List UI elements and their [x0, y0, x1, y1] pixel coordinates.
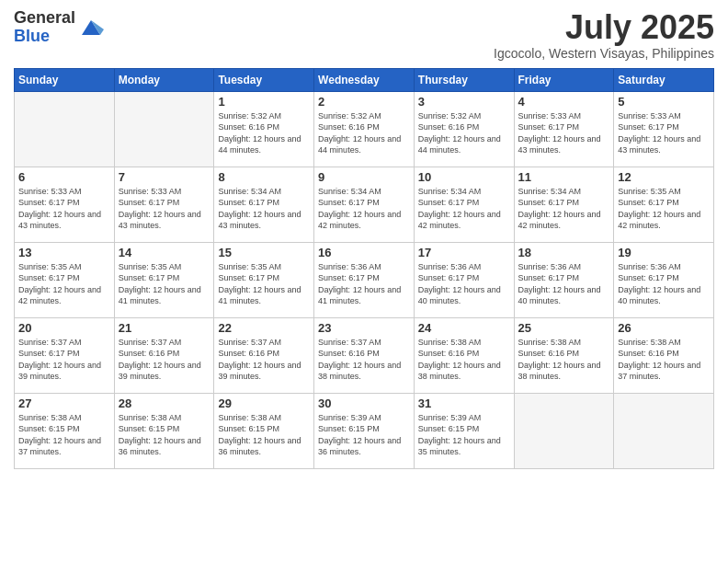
day-number: 5 [618, 95, 710, 109]
day-number: 2 [318, 95, 410, 109]
calendar-cell: 10Sunrise: 5:34 AM Sunset: 6:17 PM Dayli… [414, 167, 514, 242]
day-number: 11 [518, 170, 610, 184]
day-info: Sunrise: 5:34 AM Sunset: 6:17 PM Dayligh… [518, 186, 610, 232]
logo-icon [78, 15, 104, 40]
day-number: 19 [618, 246, 710, 259]
day-info: Sunrise: 5:38 AM Sunset: 6:16 PM Dayligh… [418, 337, 510, 383]
day-number: 4 [518, 95, 610, 109]
weekday-header-wednesday: Wednesday [314, 68, 415, 91]
day-info: Sunrise: 5:36 AM Sunset: 6:17 PM Dayligh… [418, 261, 510, 307]
location: Igcocolo, Western Visayas, Philippines [494, 46, 714, 61]
calendar-cell: 14Sunrise: 5:35 AM Sunset: 6:17 PM Dayli… [114, 242, 214, 317]
calendar-cell: 8Sunrise: 5:34 AM Sunset: 6:17 PM Daylig… [214, 167, 314, 242]
logo-blue: Blue [14, 28, 75, 46]
day-info: Sunrise: 5:38 AM Sunset: 6:15 PM Dayligh… [119, 412, 210, 458]
week-row-2: 6Sunrise: 5:33 AM Sunset: 6:17 PM Daylig… [15, 167, 714, 242]
day-info: Sunrise: 5:36 AM Sunset: 6:17 PM Dayligh… [518, 261, 610, 307]
calendar-cell: 15Sunrise: 5:35 AM Sunset: 6:17 PM Dayli… [214, 242, 314, 317]
calendar-cell: 30Sunrise: 5:39 AM Sunset: 6:15 PM Dayli… [314, 393, 415, 468]
day-number: 9 [318, 170, 410, 184]
calendar-cell: 19Sunrise: 5:36 AM Sunset: 6:17 PM Dayli… [614, 242, 714, 317]
day-info: Sunrise: 5:36 AM Sunset: 6:17 PM Dayligh… [318, 261, 410, 307]
day-info: Sunrise: 5:38 AM Sunset: 6:15 PM Dayligh… [218, 412, 310, 458]
day-number: 8 [218, 170, 310, 184]
day-info: Sunrise: 5:39 AM Sunset: 6:15 PM Dayligh… [418, 412, 510, 458]
day-info: Sunrise: 5:32 AM Sunset: 6:16 PM Dayligh… [318, 110, 410, 156]
calendar-cell: 4Sunrise: 5:33 AM Sunset: 6:17 PM Daylig… [514, 91, 614, 167]
day-number: 30 [318, 396, 410, 410]
day-number: 27 [18, 396, 110, 410]
day-number: 21 [119, 321, 210, 335]
weekday-header-saturday: Saturday [614, 68, 714, 91]
day-number: 23 [318, 321, 410, 335]
calendar-cell: 9Sunrise: 5:34 AM Sunset: 6:17 PM Daylig… [314, 167, 415, 242]
day-info: Sunrise: 5:35 AM Sunset: 6:17 PM Dayligh… [218, 261, 310, 307]
calendar-cell: 17Sunrise: 5:36 AM Sunset: 6:17 PM Dayli… [414, 242, 514, 317]
day-info: Sunrise: 5:32 AM Sunset: 6:16 PM Dayligh… [418, 110, 510, 156]
day-number: 7 [119, 170, 210, 184]
calendar: SundayMondayTuesdayWednesdayThursdayFrid… [14, 68, 714, 469]
day-info: Sunrise: 5:37 AM Sunset: 6:16 PM Dayligh… [218, 337, 310, 383]
day-info: Sunrise: 5:37 AM Sunset: 6:16 PM Dayligh… [119, 337, 210, 383]
logo: General Blue [14, 9, 104, 46]
weekday-header-row: SundayMondayTuesdayWednesdayThursdayFrid… [15, 68, 714, 91]
calendar-cell: 26Sunrise: 5:38 AM Sunset: 6:16 PM Dayli… [614, 317, 714, 393]
calendar-cell [614, 393, 714, 468]
calendar-cell: 25Sunrise: 5:38 AM Sunset: 6:16 PM Dayli… [514, 317, 614, 393]
day-number: 24 [418, 321, 510, 335]
calendar-cell: 5Sunrise: 5:33 AM Sunset: 6:17 PM Daylig… [614, 91, 714, 167]
day-info: Sunrise: 5:37 AM Sunset: 6:17 PM Dayligh… [18, 337, 110, 383]
day-info: Sunrise: 5:38 AM Sunset: 6:15 PM Dayligh… [18, 412, 110, 458]
day-info: Sunrise: 5:34 AM Sunset: 6:17 PM Dayligh… [218, 186, 310, 232]
calendar-cell: 6Sunrise: 5:33 AM Sunset: 6:17 PM Daylig… [15, 167, 115, 242]
logo-general: General [14, 9, 75, 28]
day-number: 6 [18, 170, 110, 184]
day-number: 20 [18, 321, 110, 335]
calendar-cell [514, 393, 614, 468]
month-title: July 2025 [494, 9, 714, 46]
week-row-3: 13Sunrise: 5:35 AM Sunset: 6:17 PM Dayli… [15, 242, 714, 317]
week-row-4: 20Sunrise: 5:37 AM Sunset: 6:17 PM Dayli… [15, 317, 714, 393]
day-number: 22 [218, 321, 310, 335]
day-number: 12 [618, 170, 710, 184]
calendar-cell: 27Sunrise: 5:38 AM Sunset: 6:15 PM Dayli… [15, 393, 115, 468]
calendar-cell: 29Sunrise: 5:38 AM Sunset: 6:15 PM Dayli… [214, 393, 314, 468]
calendar-cell [15, 91, 115, 167]
day-number: 18 [518, 246, 610, 259]
calendar-cell: 31Sunrise: 5:39 AM Sunset: 6:15 PM Dayli… [414, 393, 514, 468]
weekday-header-friday: Friday [514, 68, 614, 91]
calendar-cell: 12Sunrise: 5:35 AM Sunset: 6:17 PM Dayli… [614, 167, 714, 242]
day-info: Sunrise: 5:33 AM Sunset: 6:17 PM Dayligh… [618, 110, 710, 156]
day-number: 3 [418, 95, 510, 109]
week-row-5: 27Sunrise: 5:38 AM Sunset: 6:15 PM Dayli… [15, 393, 714, 468]
day-info: Sunrise: 5:39 AM Sunset: 6:15 PM Dayligh… [318, 412, 410, 458]
day-number: 17 [418, 246, 510, 259]
weekday-header-thursday: Thursday [414, 68, 514, 91]
day-info: Sunrise: 5:38 AM Sunset: 6:16 PM Dayligh… [518, 337, 610, 383]
day-number: 15 [218, 246, 310, 259]
day-info: Sunrise: 5:34 AM Sunset: 6:17 PM Dayligh… [418, 186, 510, 232]
calendar-cell: 24Sunrise: 5:38 AM Sunset: 6:16 PM Dayli… [414, 317, 514, 393]
day-info: Sunrise: 5:33 AM Sunset: 6:17 PM Dayligh… [18, 186, 110, 232]
day-info: Sunrise: 5:33 AM Sunset: 6:17 PM Dayligh… [119, 186, 210, 232]
weekday-header-sunday: Sunday [15, 68, 115, 91]
day-number: 10 [418, 170, 510, 184]
calendar-cell: 20Sunrise: 5:37 AM Sunset: 6:17 PM Dayli… [15, 317, 115, 393]
header: General Blue July 2025 Igcocolo, Western… [14, 9, 714, 61]
calendar-cell: 13Sunrise: 5:35 AM Sunset: 6:17 PM Dayli… [15, 242, 115, 317]
calendar-cell: 23Sunrise: 5:37 AM Sunset: 6:16 PM Dayli… [314, 317, 415, 393]
day-info: Sunrise: 5:35 AM Sunset: 6:17 PM Dayligh… [618, 186, 710, 232]
day-info: Sunrise: 5:35 AM Sunset: 6:17 PM Dayligh… [18, 261, 110, 307]
day-info: Sunrise: 5:32 AM Sunset: 6:16 PM Dayligh… [218, 110, 310, 156]
day-number: 14 [119, 246, 210, 259]
day-number: 28 [119, 396, 210, 410]
weekday-header-monday: Monday [114, 68, 214, 91]
week-row-1: 1Sunrise: 5:32 AM Sunset: 6:16 PM Daylig… [15, 91, 714, 167]
calendar-cell: 18Sunrise: 5:36 AM Sunset: 6:17 PM Dayli… [514, 242, 614, 317]
day-number: 29 [218, 396, 310, 410]
day-number: 31 [418, 396, 510, 410]
page: General Blue July 2025 Igcocolo, Western… [0, 0, 728, 563]
calendar-cell: 28Sunrise: 5:38 AM Sunset: 6:15 PM Dayli… [114, 393, 214, 468]
day-info: Sunrise: 5:35 AM Sunset: 6:17 PM Dayligh… [119, 261, 210, 307]
day-info: Sunrise: 5:33 AM Sunset: 6:17 PM Dayligh… [518, 110, 610, 156]
